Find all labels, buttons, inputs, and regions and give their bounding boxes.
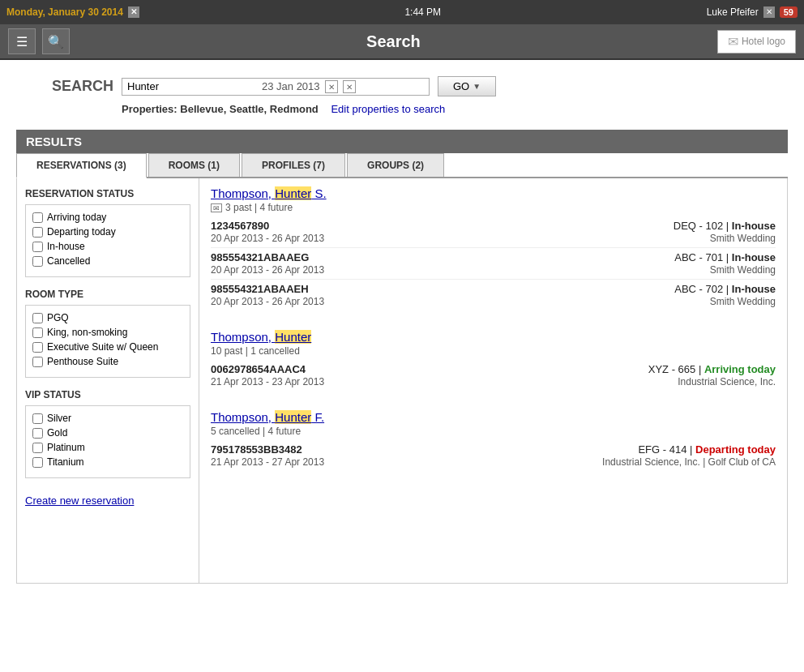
- res-right-1-2: ABC - 701 | In-house Smith Wedding: [597, 251, 776, 276]
- filter-inhouse[interactable]: In-house: [32, 241, 183, 252]
- tab-rooms[interactable]: ROOMS (1): [148, 153, 240, 177]
- res-right-3-1: EFG - 414 | Departing today Industrial S…: [597, 443, 776, 468]
- vip-status-filter: Silver Gold Platinum Titanium: [25, 405, 190, 478]
- room-type-title: ROOM TYPE: [25, 289, 190, 300]
- label-pgq: PGQ: [47, 312, 69, 323]
- edit-properties-link[interactable]: Edit properties to search: [331, 103, 445, 115]
- result-name-link-3[interactable]: Thompson, Hunter F.: [211, 410, 324, 424]
- checkbox-exec-suite[interactable]: [32, 342, 43, 353]
- topbar-user: Luke Pfeifer: [707, 6, 759, 18]
- hotel-logo: ✉ Hotel logo: [717, 30, 796, 54]
- filter-titanium[interactable]: Titanium: [32, 456, 183, 468]
- label-platinum: Platinum: [47, 442, 85, 453]
- res-status-1-3: In-house: [732, 283, 776, 295]
- tab-profiles[interactable]: PROFILES (7): [242, 153, 345, 177]
- properties-row: Properties: Bellevue, Seattle, Redmond E…: [122, 103, 788, 115]
- checkbox-silver[interactable]: [32, 413, 43, 424]
- res-left-1-2: 985554321ABAAEG 20 Apr 2013 - 26 Apr 201…: [211, 251, 597, 276]
- search-input-container: 23 Jan 2013 ✕ ✕: [122, 78, 430, 96]
- result-name-row-1: Thompson, Hunter S.: [211, 186, 776, 200]
- results-tabs: RESERVATIONS (3) ROOMS (1) PROFILES (7) …: [16, 153, 788, 178]
- res-left-1-3: 985554321ABAAEH 20 Apr 2013 - 26 Apr 201…: [211, 283, 597, 307]
- filter-pgq[interactable]: PGQ: [32, 312, 183, 323]
- filter-arriving-today[interactable]: Arriving today: [32, 212, 183, 223]
- filter-cancelled[interactable]: Cancelled: [32, 255, 183, 267]
- result-meta-3: 5 cancelled | 4 future: [211, 426, 776, 437]
- page-title: Search: [70, 32, 717, 51]
- filter-exec-suite[interactable]: Executive Suite w/ Queen: [32, 341, 183, 353]
- checkbox-king[interactable]: [32, 327, 43, 338]
- hotel-logo-text: Hotel logo: [742, 36, 785, 47]
- create-link-area: Create new reservation: [25, 494, 190, 507]
- message-badge[interactable]: 59: [780, 6, 798, 18]
- filter-silver[interactable]: Silver: [32, 413, 183, 424]
- main-content: SEARCH 23 Jan 2013 ✕ ✕ GO ▼ Properties: …: [0, 60, 804, 592]
- reservation-row-1-1: 1234567890 20 Apr 2013 - 26 Apr 2013 DEQ…: [211, 216, 776, 248]
- result-thompson-hunter-f: Thompson, Hunter F. 5 cancelled | 4 futu…: [211, 410, 776, 471]
- search-button[interactable]: 🔍: [42, 28, 70, 54]
- res-dates-2-1: 21 Apr 2013 - 23 Apr 2013: [211, 376, 597, 387]
- go-label: GO: [453, 80, 469, 92]
- filter-gold[interactable]: Gold: [32, 427, 183, 439]
- result-name-link-2[interactable]: Thompson, Hunter: [211, 330, 311, 344]
- search-clear-date[interactable]: ✕: [325, 80, 338, 93]
- filter-king[interactable]: King, non-smoking: [32, 327, 183, 338]
- reservation-items-3: 795178553BB3482 21 Apr 2013 - 27 Apr 201…: [211, 440, 776, 471]
- reservation-items-1: 1234567890 20 Apr 2013 - 26 Apr 2013 DEQ…: [211, 216, 776, 310]
- go-arrow-icon: ▼: [473, 82, 481, 91]
- topbar-date-close[interactable]: ✕: [128, 6, 139, 18]
- properties-value: Bellevue, Seattle, Redmond: [180, 103, 319, 115]
- menu-button[interactable]: ☰: [8, 28, 36, 54]
- checkbox-pgq[interactable]: [32, 313, 43, 323]
- search-input[interactable]: [127, 80, 257, 92]
- reservation-items-2: 0062978654AAAC4 21 Apr 2013 - 23 Apr 201…: [211, 360, 776, 391]
- search-icon: 🔍: [48, 34, 64, 49]
- result-meta-1: ✉ 3 past | 4 future: [211, 202, 776, 213]
- topbar-left: Monday, January 30 2014 ✕: [6, 6, 139, 18]
- result-last-name-1: Thompson,: [211, 186, 275, 200]
- res-dates-1-2: 20 Apr 2013 - 26 Apr 2013: [211, 264, 597, 276]
- label-arriving-today: Arriving today: [47, 212, 106, 223]
- tab-groups[interactable]: GROUPS (2): [347, 153, 444, 177]
- res-group-2-1: Industrial Science, Inc.: [597, 376, 776, 387]
- result-last-name-2: Thompson,: [211, 330, 275, 344]
- reservation-status-filter: Arriving today Departing today In-house …: [25, 204, 190, 277]
- res-group-3-1: Industrial Science, Inc. | Golf Club of …: [597, 456, 776, 468]
- checkbox-arriving-today[interactable]: [32, 212, 43, 223]
- topbar-user-close[interactable]: ✕: [763, 6, 775, 18]
- content-area: RESERVATION STATUS Arriving today Depart…: [16, 178, 788, 584]
- checkbox-cancelled[interactable]: [32, 256, 43, 267]
- go-button[interactable]: GO ▼: [438, 76, 496, 96]
- result-first-name-highlight-3: Hunter: [275, 410, 311, 424]
- checkbox-inhouse[interactable]: [32, 242, 43, 252]
- res-status-1-1: In-house: [732, 220, 776, 232]
- filter-platinum[interactable]: Platinum: [32, 442, 183, 453]
- res-room-1-3: ABC - 702 | In-house: [597, 283, 776, 295]
- properties-label: Properties:: [122, 103, 177, 115]
- create-reservation-link[interactable]: Create new reservation: [25, 494, 134, 507]
- label-silver: Silver: [47, 413, 71, 424]
- res-right-1-1: DEQ - 102 | In-house Smith Wedding: [597, 220, 776, 244]
- res-group-1-2: Smith Wedding: [597, 264, 776, 276]
- topbar-right: Luke Pfeifer ✕ 59: [707, 6, 798, 18]
- search-clear-all[interactable]: ✕: [343, 80, 356, 93]
- checkbox-gold[interactable]: [32, 428, 43, 439]
- filter-departing-today[interactable]: Departing today: [32, 226, 183, 238]
- result-meta-text-2: 10 past | 1 cancelled: [211, 345, 300, 357]
- res-room-1-2: ABC - 701 | In-house: [597, 251, 776, 263]
- checkbox-penthouse[interactable]: [32, 357, 43, 367]
- filter-penthouse[interactable]: Penthouse Suite: [32, 356, 183, 367]
- checkbox-departing-today[interactable]: [32, 227, 43, 238]
- res-right-1-3: ABC - 702 | In-house Smith Wedding: [597, 283, 776, 307]
- checkbox-titanium[interactable]: [32, 457, 43, 468]
- checkbox-platinum[interactable]: [32, 443, 43, 453]
- label-king: King, non-smoking: [47, 327, 127, 338]
- tab-reservations[interactable]: RESERVATIONS (3): [16, 153, 147, 178]
- result-name-link-1[interactable]: Thompson, Hunter S.: [211, 186, 327, 200]
- message-icon-1: ✉: [211, 203, 222, 212]
- search-row: SEARCH 23 Jan 2013 ✕ ✕ GO ▼: [16, 76, 788, 96]
- res-left-3-1: 795178553BB3482 21 Apr 2013 - 27 Apr 201…: [211, 443, 597, 468]
- res-group-1-1: Smith Wedding: [597, 233, 776, 244]
- topbar: Monday, January 30 2014 ✕ 1:44 PM Luke P…: [0, 0, 804, 24]
- res-status-2-1: Arriving today: [704, 363, 776, 375]
